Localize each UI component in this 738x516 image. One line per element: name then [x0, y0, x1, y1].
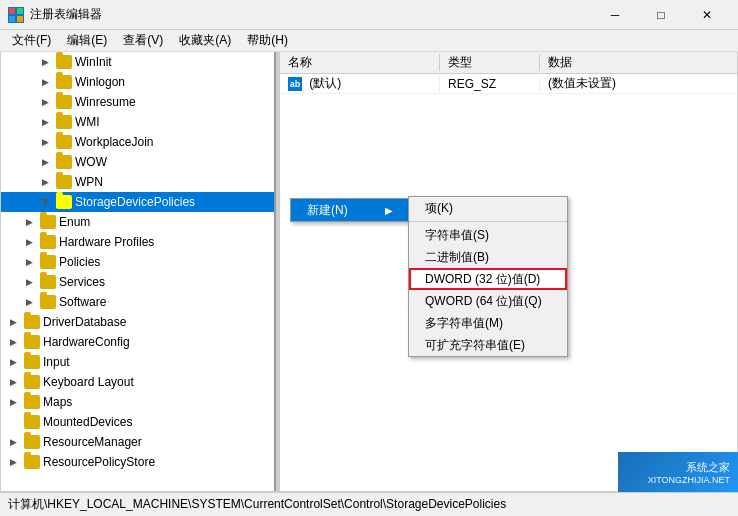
submenu-arrow: ▶: [385, 205, 393, 216]
expand-winlogon[interactable]: [37, 74, 53, 90]
submenu-item-dword[interactable]: DWORD (32 位)值(D): [409, 268, 567, 290]
expand-services[interactable]: [21, 274, 37, 290]
tree-item-input[interactable]: Input: [1, 352, 274, 372]
menu-favorites[interactable]: 收藏夹(A): [171, 30, 239, 51]
row-name-value: (默认): [309, 76, 341, 90]
new-menu-item[interactable]: 新建(N) ▶: [291, 199, 409, 221]
tree-item-storagedevicepolicies[interactable]: StorageDevicePolicies: [1, 192, 274, 212]
expand-input[interactable]: [5, 354, 21, 370]
folder-icon-maps: [24, 395, 40, 409]
tree-item-hardwareconfig[interactable]: HardwareConfig: [1, 332, 274, 352]
minimize-button[interactable]: ─: [592, 0, 638, 30]
submenu-label-multistring: 多字符串值(M): [425, 315, 503, 332]
tree-item-resourcepolicystore[interactable]: ResourcePolicyStore: [1, 452, 274, 472]
submenu-item-key[interactable]: 项(K): [409, 197, 567, 219]
expand-resourcemanager[interactable]: [5, 434, 21, 450]
tree-item-driverdatabase[interactable]: DriverDatabase: [1, 312, 274, 332]
new-menu-label: 新建(N): [307, 202, 348, 219]
folder-icon-keyboard-layout: [24, 375, 40, 389]
menu-view[interactable]: 查看(V): [115, 30, 171, 51]
expand-driverdatabase[interactable]: [5, 314, 21, 330]
folder-icon-storagedevicepolicies: [56, 195, 72, 209]
expand-hardwareconfig[interactable]: [5, 334, 21, 350]
tree-item-wmi[interactable]: WMI: [1, 112, 274, 132]
expand-hardware-profiles[interactable]: [21, 234, 37, 250]
tree-item-services[interactable]: Services: [1, 272, 274, 292]
header-name: 名称: [280, 54, 440, 71]
tree-item-wpn[interactable]: WPN: [1, 172, 274, 192]
tree-item-wow[interactable]: WOW: [1, 152, 274, 172]
close-button[interactable]: ✕: [684, 0, 730, 30]
menu-help[interactable]: 帮助(H): [239, 30, 296, 51]
tree-item-keyboard-layout[interactable]: Keyboard Layout: [1, 372, 274, 392]
folder-icon-policies: [40, 255, 56, 269]
label-services: Services: [59, 275, 105, 289]
menu-file[interactable]: 文件(F): [4, 30, 59, 51]
expand-policies[interactable]: [21, 254, 37, 270]
expand-winresume[interactable]: [37, 94, 53, 110]
expand-workplacejoin[interactable]: [37, 134, 53, 150]
folder-icon-resourcemanager: [24, 435, 40, 449]
tree-item-winlogon[interactable]: Winlogon: [1, 72, 274, 92]
menu-bar: 文件(F) 编辑(E) 查看(V) 收藏夹(A) 帮助(H): [0, 30, 738, 52]
folder-icon-workplacejoin: [56, 135, 72, 149]
expand-mounteddevices: [5, 414, 21, 430]
submenu-label-dword: DWORD (32 位)值(D): [425, 271, 540, 288]
tree-item-workplacejoin[interactable]: WorkplaceJoin: [1, 132, 274, 152]
label-input: Input: [43, 355, 70, 369]
folder-icon-wow: [56, 155, 72, 169]
menu-edit[interactable]: 编辑(E): [59, 30, 115, 51]
expand-wmi[interactable]: [37, 114, 53, 130]
folder-icon-enum: [40, 215, 56, 229]
main-area: WinInit Winlogon Winresume WMI: [0, 52, 738, 492]
expand-storagedevicepolicies[interactable]: [37, 194, 53, 210]
tree-item-wininit[interactable]: WinInit: [1, 52, 274, 72]
expand-wow[interactable]: [37, 154, 53, 170]
window-title: 注册表编辑器: [30, 6, 592, 23]
label-storagedevicepolicies: StorageDevicePolicies: [75, 195, 195, 209]
folder-icon-mounteddevices: [24, 415, 40, 429]
label-hardwareconfig: HardwareConfig: [43, 335, 130, 349]
folder-icon-wininit: [56, 55, 72, 69]
submenu-label-binary: 二进制值(B): [425, 249, 489, 266]
svg-rect-2: [9, 16, 15, 22]
expand-wininit[interactable]: [37, 54, 53, 70]
tree-item-resourcemanager[interactable]: ResourceManager: [1, 432, 274, 452]
tree-item-winresume[interactable]: Winresume: [1, 92, 274, 112]
expand-wpn[interactable]: [37, 174, 53, 190]
expand-resourcepolicystore[interactable]: [5, 454, 21, 470]
submenu-label-expandstring: 可扩充字符串值(E): [425, 337, 525, 354]
expand-maps[interactable]: [5, 394, 21, 410]
expand-software[interactable]: [21, 294, 37, 310]
submenu-item-binary[interactable]: 二进制值(B): [409, 246, 567, 268]
folder-icon-software: [40, 295, 56, 309]
submenu-item-expandstring[interactable]: 可扩充字符串值(E): [409, 334, 567, 356]
folder-icon-driverdatabase: [24, 315, 40, 329]
new-menu[interactable]: 新建(N) ▶: [290, 198, 410, 222]
submenu-item-qword[interactable]: QWORD (64 位)值(Q): [409, 290, 567, 312]
tree-item-hardware-profiles[interactable]: Hardware Profiles: [1, 232, 274, 252]
folder-icon-winlogon: [56, 75, 72, 89]
watermark-text: 系统之家 XITONGZHIJIA.NET: [648, 460, 730, 485]
label-hardware-profiles: Hardware Profiles: [59, 235, 154, 249]
tree-pane: WinInit Winlogon Winresume WMI: [1, 52, 276, 491]
submenu-item-multistring[interactable]: 多字符串值(M): [409, 312, 567, 334]
label-maps: Maps: [43, 395, 72, 409]
expand-keyboard-layout[interactable]: [5, 374, 21, 390]
submenu-item-string[interactable]: 字符串值(S): [409, 224, 567, 246]
tree-item-maps[interactable]: Maps: [1, 392, 274, 412]
table-row[interactable]: ab (默认) REG_SZ (数值未设置): [280, 74, 737, 94]
label-wpn: WPN: [75, 175, 103, 189]
submenu[interactable]: 项(K) 字符串值(S) 二进制值(B) DWORD (32 位)值(D) QW…: [408, 196, 568, 357]
tree-item-mounteddevices[interactable]: MountedDevices: [1, 412, 274, 432]
expand-enum[interactable]: [21, 214, 37, 230]
tree-item-policies[interactable]: Policies: [1, 252, 274, 272]
row-name: ab (默认): [280, 75, 440, 92]
tree-item-software[interactable]: Software: [1, 292, 274, 312]
tree-item-enum[interactable]: Enum: [1, 212, 274, 232]
reg-icon: ab: [288, 77, 302, 91]
status-text: 计算机\HKEY_LOCAL_MACHINE\SYSTEM\CurrentCon…: [8, 496, 506, 513]
tree-scroll[interactable]: WinInit Winlogon Winresume WMI: [1, 52, 274, 491]
maximize-button[interactable]: □: [638, 0, 684, 30]
label-mounteddevices: MountedDevices: [43, 415, 132, 429]
